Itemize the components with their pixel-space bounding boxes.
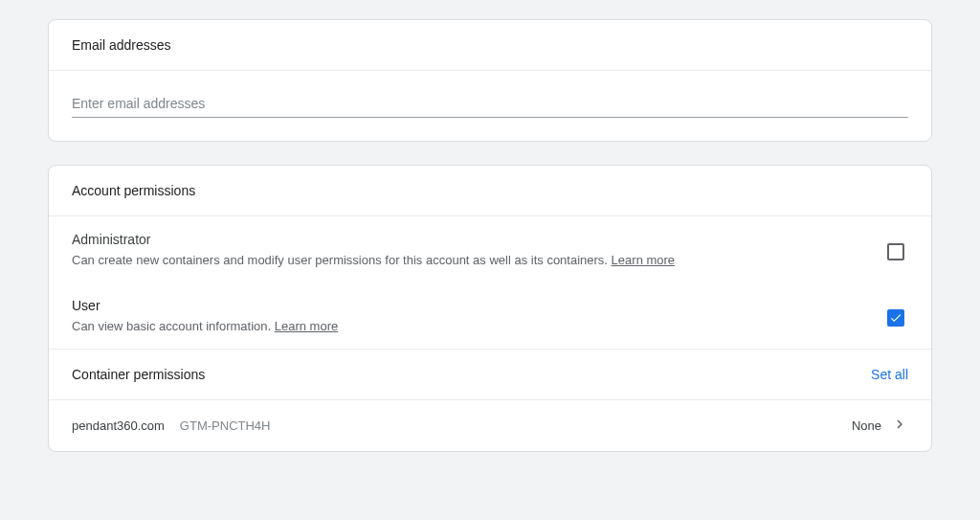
perm-desc-user: Can view basic account information. Lear… (72, 319, 887, 333)
check-icon (889, 311, 902, 325)
container-permissions-header: Container permissions (72, 367, 205, 382)
perm-desc-text-administrator: Can create new containers and modify use… (72, 253, 608, 267)
perm-desc-text-user: Can view basic account information. (72, 319, 271, 333)
chevron-right-icon (891, 416, 908, 436)
container-row-right[interactable]: None (852, 416, 908, 436)
container-permissions-header-row: Container permissions Set all (49, 349, 931, 400)
learn-more-user[interactable]: Learn more (275, 319, 338, 333)
checkbox-user[interactable] (887, 309, 904, 327)
account-permissions-card: Account permissions Administrator Can cr… (48, 165, 932, 452)
checkbox-administrator[interactable] (887, 243, 904, 260)
container-id: GTM-PNCTH4H (180, 418, 271, 433)
container-permission-value: None (852, 418, 881, 433)
container-row[interactable]: pendant360.com GTM-PNCTH4H None (49, 400, 931, 451)
perm-text-administrator: Administrator Can create new containers … (72, 232, 887, 267)
perm-row-administrator: Administrator Can create new containers … (49, 216, 931, 283)
set-all-link[interactable]: Set all (871, 367, 908, 382)
email-input[interactable] (72, 90, 908, 118)
learn-more-administrator[interactable]: Learn more (612, 253, 675, 267)
email-addresses-body (49, 71, 931, 141)
perm-desc-administrator: Can create new containers and modify use… (72, 253, 887, 267)
email-addresses-header: Email addresses (49, 20, 931, 71)
container-name: pendant360.com (72, 418, 165, 433)
perm-row-user: User Can view basic account information.… (49, 283, 931, 349)
container-row-left: pendant360.com GTM-PNCTH4H (72, 418, 270, 433)
account-permissions-header: Account permissions (49, 166, 931, 216)
perm-text-user: User Can view basic account information.… (72, 298, 887, 333)
perm-title-administrator: Administrator (72, 232, 887, 247)
email-addresses-card: Email addresses (48, 19, 932, 142)
perm-title-user: User (72, 298, 887, 313)
